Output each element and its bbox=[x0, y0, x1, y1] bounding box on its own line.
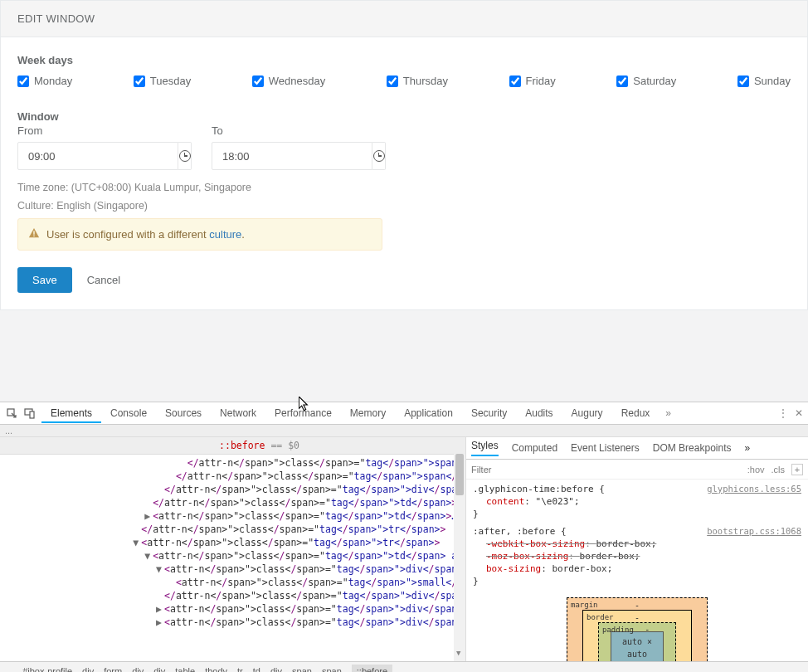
cancel-button[interactable]: Cancel bbox=[87, 274, 120, 286]
subtab-dom-breakpoints[interactable]: DOM Breakpoints bbox=[653, 442, 732, 454]
panel-title: EDIT WINDOW bbox=[1, 1, 807, 37]
day-sunday-checkbox[interactable] bbox=[737, 75, 749, 87]
styles-filter-input[interactable] bbox=[471, 465, 741, 475]
to-column: To bbox=[212, 124, 386, 170]
dom-tree[interactable]: </attr-n</span>">class</span>="tag</span… bbox=[0, 455, 465, 659]
culture-link[interactable]: culture bbox=[209, 228, 241, 241]
breadcrumb-trail[interactable]: ...#ibox-profiledivformdivdivtabletbodyt… bbox=[0, 661, 808, 672]
day-label: Sunday bbox=[754, 75, 791, 87]
from-clock-button[interactable] bbox=[178, 142, 192, 170]
from-label: From bbox=[17, 124, 192, 137]
svg-rect-0 bbox=[33, 231, 34, 234]
devtools-body: ::before == $0 </attr-n</span>">class</s… bbox=[0, 437, 808, 661]
crumb[interactable]: span bbox=[292, 666, 312, 673]
day-thursday[interactable]: Thursday bbox=[387, 75, 448, 87]
timezone-text: Time zone: (UTC+08:00) Kuala Lumpur, Sin… bbox=[17, 182, 791, 193]
day-monday[interactable]: Monday bbox=[17, 75, 72, 87]
crumb[interactable]: #ibox-profile bbox=[22, 666, 72, 673]
dom-line[interactable]: ▶<attr-n</span>">class</span>="tag</span… bbox=[0, 602, 465, 616]
day-saturday[interactable]: Saturday bbox=[616, 75, 676, 87]
to-input[interactable] bbox=[212, 142, 372, 170]
tab-console[interactable]: Console bbox=[101, 403, 156, 423]
hov-toggle[interactable]: :hov bbox=[747, 465, 765, 475]
to-clock-button[interactable] bbox=[372, 142, 386, 170]
tab-elements[interactable]: Elements bbox=[41, 403, 101, 423]
devtools-menu-icon[interactable]: ⋮ bbox=[778, 407, 788, 419]
time-row: From To bbox=[17, 124, 791, 170]
device-icon[interactable] bbox=[23, 407, 37, 420]
dom-tree-panel[interactable]: ::before == $0 </attr-n</span>">class</s… bbox=[0, 437, 466, 661]
tab-audits[interactable]: Audits bbox=[516, 403, 562, 423]
dom-line[interactable]: </attr-n</span>">class</span>="tag</span… bbox=[0, 483, 465, 496]
dom-line[interactable]: <attr-n</span>">class</span>="tag</span>… bbox=[0, 576, 465, 589]
alert-suffix: . bbox=[241, 228, 245, 241]
day-label: Friday bbox=[526, 75, 556, 87]
tab-augury[interactable]: Augury bbox=[562, 403, 612, 423]
tab-memory[interactable]: Memory bbox=[341, 403, 395, 423]
crumb[interactable]: ... bbox=[5, 666, 12, 673]
selection-bar: ::before == $0 bbox=[0, 437, 465, 455]
day-friday-checkbox[interactable] bbox=[509, 75, 521, 87]
dom-line[interactable]: ▼<attr-n</span>">class</span>="tag</span… bbox=[0, 549, 465, 562]
tabs-overflow-icon[interactable]: » bbox=[665, 407, 671, 419]
crumb[interactable]: span bbox=[322, 666, 342, 673]
day-saturday-checkbox[interactable] bbox=[616, 75, 628, 87]
from-input[interactable] bbox=[17, 142, 178, 170]
subtab-event-listeners[interactable]: Event Listeners bbox=[571, 442, 640, 454]
tab-application[interactable]: Application bbox=[395, 403, 462, 423]
crumb[interactable]: table bbox=[175, 666, 195, 673]
css-rule[interactable]: bootstrap.css:1068:after, :before {-webk… bbox=[473, 525, 801, 587]
styles-rules[interactable]: glyphicons.less:65.glyphicon-time:before… bbox=[466, 480, 808, 661]
day-wednesday-checkbox[interactable] bbox=[252, 75, 264, 87]
day-friday[interactable]: Friday bbox=[509, 75, 556, 87]
subtab-computed[interactable]: Computed bbox=[512, 442, 557, 454]
crumb[interactable]: div bbox=[82, 666, 94, 673]
crumb[interactable]: div bbox=[132, 666, 144, 673]
dom-line[interactable]: </attr-n</span>">class</span>="tag</span… bbox=[0, 456, 465, 470]
svg-rect-1 bbox=[33, 236, 34, 236]
dom-line[interactable]: </attr-n</span>">class</span>="tag</span… bbox=[0, 523, 465, 536]
dom-line[interactable]: </attr-n</span>">class</span>="tag</span… bbox=[0, 470, 465, 483]
tab-network[interactable]: Network bbox=[211, 403, 265, 423]
tab-security[interactable]: Security bbox=[462, 403, 516, 423]
drawer-ellipsis[interactable]: ... bbox=[0, 425, 808, 437]
alert-prefix: User is configured with a different bbox=[46, 228, 209, 241]
subtabs-overflow-icon[interactable]: » bbox=[744, 442, 750, 454]
tab-performance[interactable]: Performance bbox=[265, 403, 341, 423]
css-rule[interactable]: glyphicons.less:65.glyphicon-time:before… bbox=[473, 483, 801, 520]
day-tuesday[interactable]: Tuesday bbox=[134, 75, 191, 87]
day-sunday[interactable]: Sunday bbox=[737, 75, 791, 87]
day-monday-checkbox[interactable] bbox=[17, 75, 29, 87]
crumb[interactable]: tbody bbox=[205, 666, 227, 673]
day-thursday-checkbox[interactable] bbox=[387, 75, 398, 87]
save-button[interactable]: Save bbox=[17, 267, 72, 293]
cls-toggle[interactable]: .cls bbox=[771, 465, 786, 475]
devtools-close-icon[interactable]: ✕ bbox=[795, 407, 803, 419]
inspect-icon[interactable] bbox=[5, 407, 18, 420]
scroll-down-icon[interactable]: ▼ bbox=[456, 646, 460, 660]
dom-line[interactable]: ▶<attr-n</span>">class</span>="tag</span… bbox=[0, 616, 465, 629]
day-tuesday-checkbox[interactable] bbox=[134, 75, 145, 87]
dom-scrollbar[interactable]: ▼ bbox=[454, 454, 465, 661]
day-wednesday[interactable]: Wednesday bbox=[252, 75, 325, 87]
styles-filter-row: :hov .cls + bbox=[466, 460, 808, 480]
edit-window-panel: EDIT WINDOW Week days Monday Tuesday Wed… bbox=[0, 0, 808, 310]
dom-line[interactable]: </attr-n</span>">class</span>="tag</span… bbox=[0, 589, 465, 602]
dom-line[interactable]: ▼<attr-n</span>">class</span>="tag</span… bbox=[0, 536, 465, 549]
subtab-styles[interactable]: Styles bbox=[471, 440, 499, 456]
crumb[interactable]: div bbox=[153, 666, 165, 673]
tab-redux[interactable]: Redux bbox=[612, 403, 660, 423]
crumb[interactable]: div bbox=[270, 666, 282, 673]
crumb[interactable]: ::before bbox=[352, 665, 392, 673]
scrollbar-thumb[interactable] bbox=[455, 454, 464, 495]
crumb[interactable]: form bbox=[104, 666, 122, 673]
crumb[interactable]: td bbox=[253, 666, 260, 673]
from-input-group bbox=[17, 142, 192, 170]
tab-sources[interactable]: Sources bbox=[156, 403, 211, 423]
crumb[interactable]: tr bbox=[237, 666, 243, 673]
dom-line[interactable]: </attr-n</span>">class</span>="tag</span… bbox=[0, 496, 465, 509]
day-label: Thursday bbox=[403, 75, 448, 87]
add-rule-button[interactable]: + bbox=[791, 464, 803, 475]
dom-line[interactable]: ▼<attr-n</span>">class</span>="tag</span… bbox=[0, 562, 465, 576]
dom-line[interactable]: ▶<attr-n</span>">class</span>="tag</span… bbox=[0, 509, 465, 523]
